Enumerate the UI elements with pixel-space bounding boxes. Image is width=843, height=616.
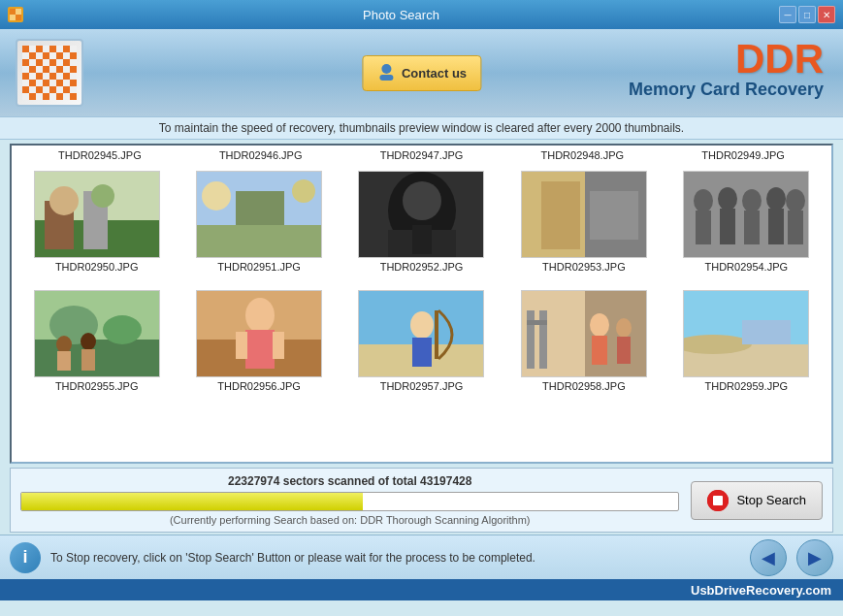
svg-rect-97 [539,310,547,369]
svg-rect-0 [10,9,16,15]
svg-rect-54 [412,225,432,254]
svg-rect-33 [29,93,36,100]
svg-rect-21 [22,73,29,80]
progress-bar [20,492,679,511]
svg-point-48 [202,181,231,211]
svg-point-83 [245,298,275,333]
stop-label: Stop Search [736,493,806,507]
progress-info: 22327974 sectors scanned of total 431974… [20,474,679,526]
svg-rect-69 [768,209,784,244]
svg-point-76 [56,336,72,353]
forward-button[interactable]: ▶ [796,539,833,576]
svg-rect-24 [63,73,70,80]
svg-rect-38 [379,75,393,81]
svg-rect-23 [49,73,56,80]
progress-fill [21,493,363,510]
svg-rect-98 [527,320,547,325]
svg-rect-79 [81,349,95,371]
label-r1c4: THDR02948.JPG [502,149,663,161]
thumb-4[interactable]: THDR02953.JPG [503,165,665,276]
svg-rect-5 [22,46,29,52]
svg-rect-32 [63,86,70,93]
thumb-9[interactable]: THDR02958.JPG [503,284,665,396]
thumb-img-7 [196,290,322,377]
thumb-img-1 [34,171,160,258]
thumb-1[interactable]: THDR02950.JPG [16,165,178,276]
title-bar: Photo Search ─ □ ✕ [0,0,843,29]
thumb-label-4: THDR02953.JPG [542,261,626,273]
svg-point-43 [49,186,79,215]
svg-rect-26 [43,80,49,86]
svg-rect-20 [70,66,77,73]
svg-rect-100 [592,336,607,365]
svg-rect-19 [56,66,63,73]
thumb-label-3: THDR02952.JPG [380,261,464,273]
svg-point-99 [590,313,609,337]
footer: UsbDriveRecovery.com [0,579,843,600]
maximize-button[interactable]: □ [798,6,816,23]
svg-point-78 [81,333,96,350]
thumb-7[interactable]: THDR02956.JPG [178,284,340,396]
logo-box [16,39,83,107]
svg-rect-58 [541,181,580,249]
progress-title: 22327974 sectors scanned of total 431974… [20,474,679,488]
svg-rect-10 [43,52,49,59]
svg-rect-108 [713,496,723,505]
label-r1c2: THDR02946.JPG [180,149,341,161]
thumbnail-area[interactable]: THDR02945.JPG THDR02946.JPG THDR02947.JP… [10,144,833,464]
thumb-2[interactable]: THDR02951.JPG [178,165,340,276]
back-button[interactable]: ◀ [750,539,787,576]
ddr-logo: DDR Memory Card Recovery [629,39,824,100]
stop-search-button[interactable]: Stop Search [691,481,823,520]
thumb-8[interactable]: THDR02957.JPG [340,284,503,396]
thumbnail-row2: THDR02950.JPG THDR02951.JPG [12,161,831,280]
thumb-5[interactable]: THDR02954.JPG [665,165,827,276]
contact-icon [376,62,396,84]
svg-rect-46 [197,225,322,258]
svg-rect-18 [43,66,49,73]
thumb-3[interactable]: THDR02952.JPG [340,165,503,276]
header: Contact us DDR Memory Card Recovery [0,29,843,116]
svg-rect-28 [70,80,77,86]
thumb-img-10 [683,290,809,377]
svg-rect-91 [412,338,432,367]
thumb-img-8 [358,290,484,377]
label-r1c3: THDR02947.JPG [341,149,503,161]
svg-rect-92 [435,310,438,359]
svg-rect-12 [70,52,77,59]
thumb-6[interactable]: THDR02955.JPG [16,284,178,396]
svg-rect-31 [49,86,56,93]
close-button[interactable]: ✕ [818,6,835,23]
contact-label: Contact us [402,66,467,81]
svg-rect-65 [720,209,735,244]
contact-button[interactable]: Contact us [362,55,481,91]
svg-rect-6 [36,46,43,52]
svg-rect-71 [788,211,803,244]
thumb-10[interactable]: THDR02959.JPG [665,284,827,396]
svg-rect-35 [56,93,63,100]
minimize-button[interactable]: ─ [779,6,796,23]
svg-rect-13 [22,59,29,66]
thumbnail-row3: THDR02955.JPG THDR02956.JPG [12,280,831,400]
svg-rect-73 [35,340,160,377]
svg-point-37 [381,64,391,74]
svg-rect-102 [617,337,631,364]
thumb-label-6: THDR02955.JPG [55,380,139,392]
svg-point-90 [410,311,434,339]
svg-point-53 [403,181,441,220]
thumb-img-4 [521,171,647,258]
svg-point-62 [694,189,713,212]
svg-rect-67 [744,211,760,244]
window-title: Photo Search [23,8,779,22]
svg-rect-27 [56,80,63,86]
thumb-img-9 [521,290,647,377]
svg-rect-17 [29,66,36,73]
thumb-label-2: THDR02951.JPG [217,261,301,273]
label-r1c5: THDR02949.JPG [663,149,824,161]
svg-rect-14 [36,59,43,66]
svg-rect-1 [16,15,21,20]
svg-rect-77 [57,351,71,371]
svg-rect-106 [742,320,791,344]
thumb-label-1: THDR02950.JPG [55,261,139,273]
svg-rect-96 [527,310,535,369]
